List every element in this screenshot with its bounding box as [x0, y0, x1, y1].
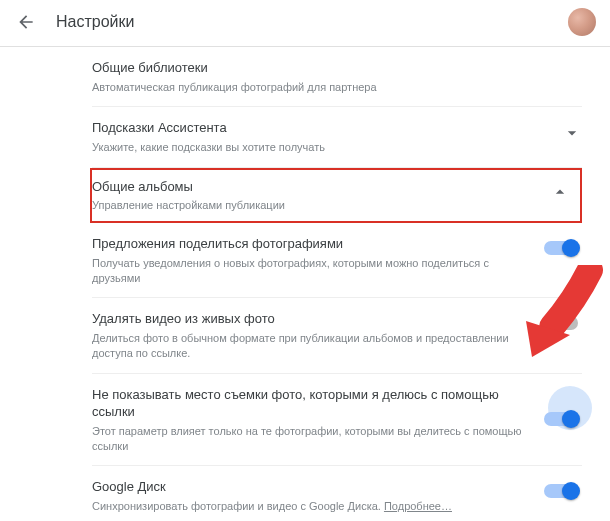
- toggle-google-drive[interactable]: [544, 484, 578, 498]
- section-assistant-tips[interactable]: Подсказки Ассистента Укажите, какие подс…: [92, 107, 582, 167]
- section-subtitle: Укажите, какие подсказки вы хотите получ…: [92, 140, 552, 155]
- setting-google-drive: Google Диск Синхронизировать фотографии …: [92, 466, 582, 521]
- setting-remove-video: Удалять видео из живых фото Делиться фот…: [92, 298, 582, 373]
- setting-share-suggestions: Предложения поделиться фотографиями Полу…: [92, 223, 582, 298]
- page-title: Настройки: [56, 13, 568, 31]
- avatar[interactable]: [568, 8, 596, 36]
- setting-title: Google Диск: [92, 478, 534, 496]
- section-title: Подсказки Ассистента: [92, 119, 552, 137]
- setting-title: Предложения поделиться фотографиями: [92, 235, 534, 253]
- toggle-remove-video[interactable]: [544, 316, 578, 330]
- toggle-share-suggestions[interactable]: [544, 241, 578, 255]
- section-shared-albums[interactable]: Общие альбомы Управление настройками пуб…: [90, 168, 582, 223]
- setting-subtitle: Делиться фото в обычном формате при публ…: [92, 331, 534, 361]
- section-subtitle: Управление настройками публикации: [92, 198, 540, 213]
- section-shared-libraries[interactable]: Общие библиотеки Автоматическая публикац…: [92, 47, 582, 107]
- chevron-down-icon: [562, 123, 582, 143]
- setting-title: Удалять видео из живых фото: [92, 310, 534, 328]
- arrow-left-icon: [16, 12, 36, 32]
- section-title: Общие библиотеки: [92, 59, 572, 77]
- learn-more-link[interactable]: Подробнее…: [384, 500, 452, 512]
- toggle-hide-location[interactable]: [544, 412, 578, 426]
- chevron-up-icon: [550, 182, 570, 202]
- setting-subtitle: Этот параметр влияет только на те фотогр…: [92, 424, 534, 454]
- setting-title: Не показывать место съемки фото, которым…: [92, 386, 534, 421]
- section-title: Общие альбомы: [92, 178, 540, 196]
- section-subtitle: Автоматическая публикация фотографий для…: [92, 80, 572, 95]
- back-button[interactable]: [14, 10, 38, 34]
- setting-hide-location: Не показывать место съемки фото, которым…: [92, 374, 582, 467]
- setting-subtitle: Синхронизировать фотографии и видео с Go…: [92, 499, 534, 514]
- setting-subtitle: Получать уведомления о новых фотографиях…: [92, 256, 534, 286]
